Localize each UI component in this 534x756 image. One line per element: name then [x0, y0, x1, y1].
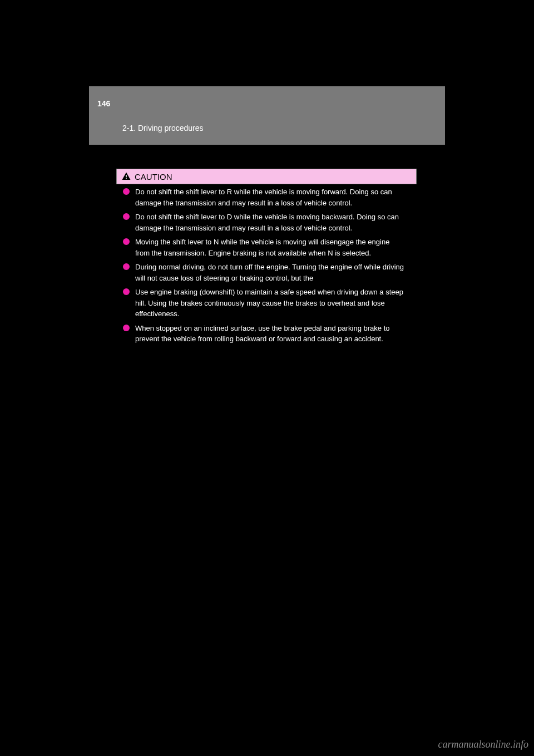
bullet-item: Do not shift the shift lever to D while … — [116, 212, 417, 233]
svg-rect-0 — [126, 175, 127, 178]
bullet-icon — [123, 263, 130, 270]
bullet-icon — [123, 238, 130, 245]
bullet-text: When stopped on an inclined surface, use… — [135, 323, 417, 345]
bullet-text: Moving the shift lever to N while the ve… — [135, 237, 417, 258]
bullet-icon — [123, 325, 130, 331]
bullet-item: During normal driving, do not turn off t… — [116, 262, 417, 283]
section-title: 2-1. Driving procedures — [122, 124, 204, 132]
caution-header: CAUTION — [117, 169, 416, 184]
caution-label: CAUTION — [135, 172, 172, 181]
bullet-text: Do not shift the shift lever to R while … — [135, 186, 417, 208]
warning-icon — [121, 171, 131, 181]
bullet-icon — [123, 213, 130, 220]
bullet-icon — [123, 288, 130, 295]
bullet-icon — [123, 188, 130, 195]
header-bar — [89, 86, 445, 145]
caution-box: CAUTION — [116, 169, 417, 184]
page-number: 146 — [97, 99, 110, 108]
bullet-item: Use engine braking (downshift) to mainta… — [116, 287, 417, 320]
bullet-text: Use engine braking (downshift) to mainta… — [135, 287, 417, 320]
content-area: Do not shift the shift lever to R while … — [116, 186, 417, 348]
watermark: carmanualsonline.info — [438, 739, 529, 750]
bullet-item: When stopped on an inclined surface, use… — [116, 323, 417, 345]
bullet-text: During normal driving, do not turn off t… — [135, 262, 417, 283]
bullet-item: Do not shift the shift lever to R while … — [116, 186, 417, 208]
bullet-item: Moving the shift lever to N while the ve… — [116, 237, 417, 258]
bullet-text: Do not shift the shift lever to D while … — [135, 212, 417, 233]
svg-rect-1 — [126, 178, 127, 179]
